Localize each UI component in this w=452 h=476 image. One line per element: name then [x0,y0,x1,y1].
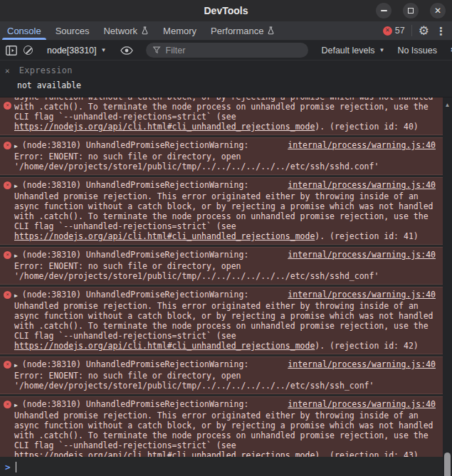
levels-label: Default levels [321,46,374,55]
console-error-message[interactable]: ✕ ▶(node:38310) UnhandledPromiseRejectio… [0,396,443,457]
expression-placeholder[interactable]: Expression [19,65,73,75]
console-log[interactable]: ✕ ▶(node:38310) UnhandledPromiseRejectio… [0,97,452,457]
minimize-button[interactable] [376,3,391,18]
error-icon: ✕ [4,181,11,189]
console-error-message[interactable]: ✕ ▶(node:38310) UnhandledPromiseRejectio… [0,287,443,354]
console-region: ✕ ▶(node:38310) UnhandledPromiseRejectio… [0,97,452,476]
error-icon: ✕ [4,401,11,408]
funnel-filter-icon [153,46,160,54]
error-count-badge[interactable]: ✕ 57 [383,26,405,36]
ban-glyph [23,46,33,55]
error-icon: ✕ [4,361,11,369]
source-link[interactable]: internal/process/warning.js:40 [288,140,436,150]
error-icon: ✕ [4,251,11,259]
settings-gear-icon[interactable]: ⚙ [419,25,429,37]
console-error-message[interactable]: ✕ ▶(node:38310) UnhandledPromiseRejectio… [0,137,443,175]
message-header: (node:38310) UnhandledPromiseRejectionWa… [22,399,249,409]
message-text: Error: ENOENT: no such file or directory… [14,261,379,281]
context-label: node[38310] [47,46,97,55]
message-text: Unhandled promise rejection. This error … [14,191,433,231]
message-text: Unhandled promise rejection. This error … [14,301,433,341]
devtools-tabbar: Console Sources Network Memory Performan… [0,21,452,41]
console-toolbar: node[38310] ▼ Default levels ▼ No Issues… [0,41,452,60]
expand-triangle-icon[interactable]: ▶ [14,362,18,369]
scroll-up-arrow-icon[interactable]: ▲ [443,102,452,109]
expand-triangle-icon[interactable]: ▶ [14,292,18,299]
vertical-scrollbar[interactable]: ▲ ▼ [443,97,452,476]
clear-console-icon[interactable] [23,46,33,55]
message-text: Unhandled promise rejection. This error … [14,411,433,450]
more-options-icon[interactable]: ⋮ [436,26,446,36]
tab-network[interactable]: Network [96,21,156,40]
source-link[interactable]: internal/process/warning.js:40 [288,180,436,190]
console-error-message[interactable]: ✕ ▶(node:38310) UnhandledPromiseRejectio… [0,97,443,135]
source-link[interactable]: internal/process/warning.js:40 [288,290,436,300]
divider [411,25,412,36]
message-text: Error: ENOENT: no such file or directory… [14,371,374,391]
prompt-chevron-icon: > [5,462,11,472]
issues-counter[interactable]: No Issues [397,46,437,55]
error-count: 57 [395,26,405,36]
tab-sources[interactable]: Sources [48,21,97,40]
text-cursor [16,462,17,472]
log-levels-dropdown[interactable]: Default levels ▼ [321,46,384,55]
javascript-context-dropdown[interactable]: node[38310] ▼ [46,46,107,55]
expand-triangle-icon[interactable]: ▶ [14,143,18,149]
console-error-message[interactable]: ✕ ▶(node:38310) UnhandledPromiseRejectio… [0,247,443,285]
tab-label: Performance [211,26,263,36]
remove-expression-icon[interactable]: ✕ [5,67,10,75]
filter-box[interactable] [146,43,308,58]
close-icon: ✕ [434,6,441,15]
message-url-link[interactable]: https://nodejs.org/api/cli.html#cli_unha… [14,122,315,132]
message-tail: ). (rejection id: 43) [315,450,418,457]
message-text: Unhandled promise rejection. This error … [14,97,433,122]
filter-input[interactable] [166,46,302,55]
expand-triangle-icon[interactable]: ▶ [14,253,18,259]
console-error-message[interactable]: ✕ ▶(node:38310) UnhandledPromiseRejectio… [0,356,443,394]
message-header: (node:38310) UnhandledPromiseRejectionWa… [22,250,249,260]
window-title: DevTools [204,5,248,16]
message-header: (node:38310) UnhandledPromiseRejectionWa… [22,359,249,369]
message-url-link[interactable]: https://nodejs.org/api/cli.html#cli_unha… [14,231,315,241]
expand-triangle-icon[interactable]: ▶ [14,183,18,189]
window-titlebar: DevTools ✕ [0,0,452,21]
tab-performance[interactable]: Performance [204,21,282,40]
console-error-message[interactable]: ✕ ▶(node:38310) UnhandledPromiseRejectio… [0,177,443,245]
tab-console[interactable]: Console [0,21,48,40]
scrollbar-thumb[interactable] [444,453,451,476]
show-console-sidebar-icon[interactable] [6,46,17,55]
source-link[interactable]: internal/process/warning.js:40 [288,250,436,260]
window-controls: ✕ [376,3,446,18]
maximize-icon [408,8,414,14]
live-expression-panel: ✕ Expression not available [0,60,452,97]
tab-label: Memory [163,26,196,36]
close-button[interactable]: ✕ [430,3,446,18]
tabbar-right-controls: ✕ 57 ⚙ ⋮ [383,21,452,40]
message-tail: ). (rejection id: 40) [315,122,418,132]
chevron-down-icon: ▼ [101,47,107,53]
minimize-icon [381,10,387,11]
tab-label: Console [7,26,41,36]
message-tail: ). (rejection id: 42) [315,341,418,351]
tab-label: Sources [56,26,90,36]
error-badge-icon: ✕ [383,26,392,36]
maximize-button[interactable] [403,3,419,18]
tab-label: Network [103,26,137,36]
message-header: (node:38310) UnhandledPromiseRejectionWa… [22,180,249,190]
console-prompt[interactable]: > [0,457,452,476]
experiment-flask-icon [141,26,149,35]
source-link[interactable]: internal/process/warning.js:40 [288,359,436,369]
expand-triangle-icon[interactable]: ▶ [14,402,18,408]
message-url-link[interactable]: https://nodejs.org/api/cli.html#cli_unha… [14,341,315,351]
create-live-expression-eye-icon[interactable] [120,46,133,55]
message-header: (node:38310) UnhandledPromiseRejectionWa… [22,290,249,300]
tab-memory[interactable]: Memory [156,21,204,40]
source-link[interactable]: internal/process/warning.js:40 [288,399,436,409]
message-header: (node:38310) UnhandledPromiseRejectionWa… [22,140,249,150]
expression-value: not available [17,80,452,90]
message-tail: ). (rejection id: 41) [315,231,418,241]
message-url-link[interactable]: https://nodejs.org/api/cli.html#cli_unha… [14,450,315,457]
error-icon: ✕ [4,291,11,299]
error-icon: ✕ [4,142,11,149]
experiment-flask-icon [267,26,275,35]
